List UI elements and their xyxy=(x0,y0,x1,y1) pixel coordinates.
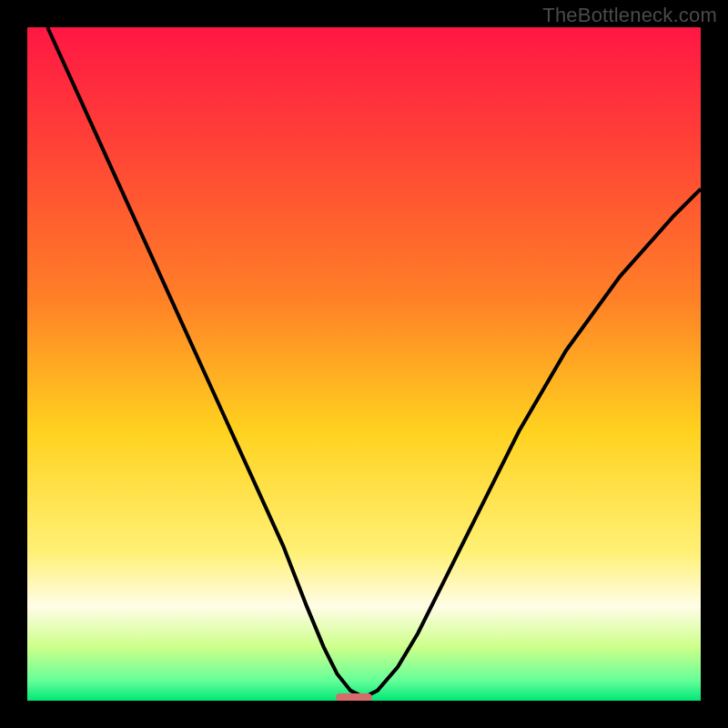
optimal-marker xyxy=(336,693,373,701)
curve-layer xyxy=(27,27,701,701)
plot-area xyxy=(27,27,701,701)
watermark-text: TheBottleneck.com xyxy=(542,4,717,27)
bottleneck-curve xyxy=(47,27,701,697)
chart-frame: TheBottleneck.com xyxy=(0,0,728,728)
